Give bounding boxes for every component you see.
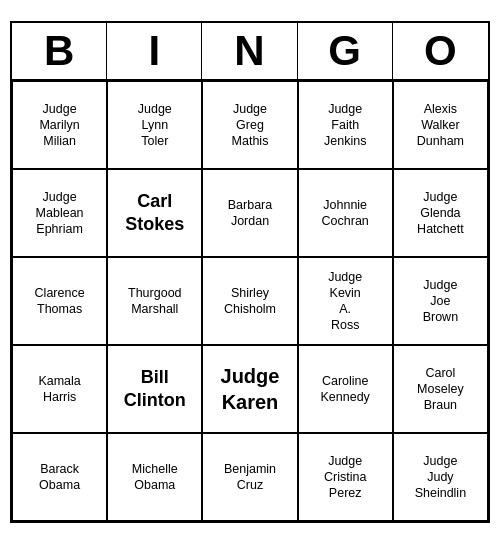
header-letter: N <box>202 23 297 79</box>
bingo-grid: Judge Marilyn MilianJudge Lynn TolerJudg… <box>12 81 488 521</box>
bingo-cell: Johnnie Cochran <box>298 169 393 257</box>
bingo-cell: Barack Obama <box>12 433 107 521</box>
bingo-cell: Carl Stokes <box>107 169 202 257</box>
bingo-cell: Kamala Harris <box>12 345 107 433</box>
bingo-cell: Michelle Obama <box>107 433 202 521</box>
bingo-cell: Alexis Walker Dunham <box>393 81 488 169</box>
bingo-cell: Shirley Chisholm <box>202 257 297 345</box>
header-letter: I <box>107 23 202 79</box>
bingo-cell: Judge Kevin A. Ross <box>298 257 393 345</box>
header-letter: O <box>393 23 488 79</box>
bingo-cell: Thurgood Marshall <box>107 257 202 345</box>
bingo-cell: Judge Faith Jenkins <box>298 81 393 169</box>
bingo-cell: Judge Cristina Perez <box>298 433 393 521</box>
bingo-cell: Judge Joe Brown <box>393 257 488 345</box>
bingo-cell: Judge Marilyn Milian <box>12 81 107 169</box>
header-letter: B <box>12 23 107 79</box>
bingo-card: BINGO Judge Marilyn MilianJudge Lynn Tol… <box>10 21 490 523</box>
bingo-cell: Carol Moseley Braun <box>393 345 488 433</box>
bingo-cell: Judge Judy Sheindlin <box>393 433 488 521</box>
bingo-cell: Judge Glenda Hatchett <box>393 169 488 257</box>
bingo-header: BINGO <box>12 23 488 81</box>
bingo-cell: Judge Greg Mathis <box>202 81 297 169</box>
bingo-cell: Judge Lynn Toler <box>107 81 202 169</box>
bingo-cell: Barbara Jordan <box>202 169 297 257</box>
bingo-cell: Judge Karen <box>202 345 297 433</box>
bingo-cell: Bill Clinton <box>107 345 202 433</box>
bingo-cell: Caroline Kennedy <box>298 345 393 433</box>
bingo-cell: Benjamin Cruz <box>202 433 297 521</box>
bingo-cell: Clarence Thomas <box>12 257 107 345</box>
bingo-cell: Judge Mablean Ephriam <box>12 169 107 257</box>
header-letter: G <box>298 23 393 79</box>
